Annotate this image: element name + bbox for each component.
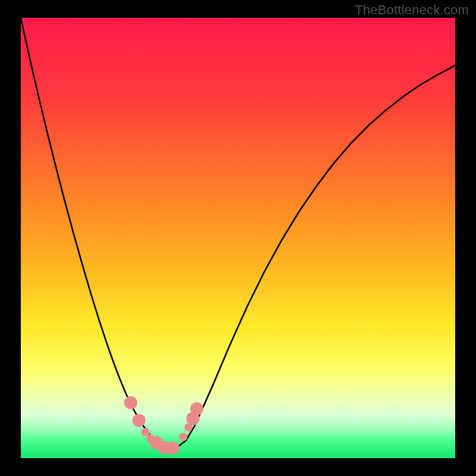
valley-dot-c: [167, 441, 180, 455]
chart-svg: [0, 0, 476, 476]
gradient-background: [21, 18, 455, 458]
left-mid-dot: [133, 414, 146, 427]
chart-frame: TheBottleneck.com: [0, 0, 476, 476]
left-upper-dot: [124, 396, 137, 409]
right-lower-dot: [179, 433, 187, 441]
right-top-dot: [190, 402, 203, 415]
watermark-text: TheBottleneck.com: [355, 2, 469, 18]
